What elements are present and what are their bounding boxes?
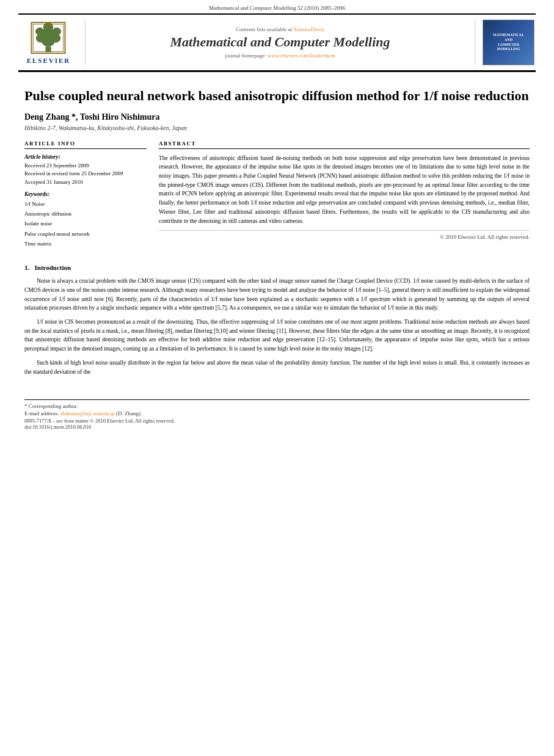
keywords-section: Keywords: 1/f Noise Anisotropic diffusio… xyxy=(24,191,147,249)
journal-cover-image: MATHEMATICAL AND COMPUTER MODELLING xyxy=(483,20,534,65)
section-1-number: 1. xyxy=(24,264,29,271)
keyword-4: Pulse coupled neural network xyxy=(24,229,147,239)
article-meta-section: ARTICLE INFO Article history: Received 2… xyxy=(24,140,530,253)
abstract-header: ABSTRACT xyxy=(159,140,530,149)
received-date: Received 23 September 2009 xyxy=(24,162,147,170)
elsevier-tree-icon xyxy=(27,21,70,55)
affiliation: Hibikino 2-7, Wakamatsu-ku, Kitakyushu-s… xyxy=(24,125,530,131)
keywords-list: 1/f Noise Anisotropic diffusion Isolate … xyxy=(24,199,147,249)
authors: Deng Zhang *, Toshi Hiro Nishimura xyxy=(24,112,530,122)
journal-cover-area: MATHEMATICAL AND COMPUTER MODELLING xyxy=(475,20,536,65)
article-title: Pulse coupled neural network based aniso… xyxy=(24,87,530,105)
journal-homepage: journal homepage: www.elsevier.com/locat… xyxy=(225,53,335,59)
email-address: zhdnstar@fuji.waseda.jp xyxy=(60,410,114,416)
cover-title-line2: AND xyxy=(505,38,512,43)
section-1-title: 1. Introduction xyxy=(24,263,530,273)
svg-point-6 xyxy=(53,27,62,35)
intro-paragraph-2: 1/f noise in CIS becomes pronounced as a… xyxy=(24,318,530,354)
section-1-heading: Introduction xyxy=(35,264,71,271)
elsevier-wordmark: ELSEVIER xyxy=(27,57,71,64)
intro-paragraph-1: Noise is always a crucial problem with t… xyxy=(24,277,530,313)
history-label: Article history: xyxy=(24,154,147,160)
keywords-label: Keywords: xyxy=(24,191,147,197)
keyword-2: Anisotropic diffusion xyxy=(24,209,147,219)
cover-title-line1: MATHEMATICAL xyxy=(493,33,524,38)
main-content: Pulse coupled neural network based aniso… xyxy=(0,72,554,393)
sciencedirect-link: ScienceDirect xyxy=(294,26,324,32)
intro-paragraph-3: Such kinds of high level noise usually d… xyxy=(24,358,530,376)
elsevier-logo: ELSEVIER xyxy=(27,21,71,64)
abstract-column: ABSTRACT The effectiveness of anisotropi… xyxy=(159,140,530,253)
keyword-5: Time matrix xyxy=(24,239,147,249)
abstract-text: The effectiveness of anisotropic diffusi… xyxy=(159,154,530,226)
contents-available-text: Contents lists available at xyxy=(236,26,292,32)
homepage-label: journal homepage: xyxy=(225,53,266,59)
journal-citation: Mathematical and Computer Modelling 52 (… xyxy=(0,0,554,13)
doi-line: doi:10.1016/j.mcm.2010.06.016 xyxy=(24,424,530,430)
journal-info-center: Contents lists available at ScienceDirec… xyxy=(86,20,475,65)
cover-title-line4: MODELLING xyxy=(497,47,520,52)
homepage-url: www.elsevier.com/locate/mcm xyxy=(268,53,335,59)
rights-line: 0895-7177/$ – see front matter © 2010 El… xyxy=(24,418,530,424)
header-banner: ELSEVIER Contents lists available at Sci… xyxy=(18,13,536,71)
email-note: E-mail address: zhdnstar@fuji.waseda.jp … xyxy=(24,410,530,416)
corresponding-label: * Corresponding author. xyxy=(24,403,78,409)
citation-text: Mathematical and Computer Modelling 52 (… xyxy=(209,5,345,11)
article-info-header: ARTICLE INFO xyxy=(24,140,147,149)
body-content: 1. Introduction Noise is always a crucia… xyxy=(24,263,530,376)
sciencedirect-line: Contents lists available at ScienceDirec… xyxy=(236,26,324,32)
email-suffix: (D. Zhang). xyxy=(116,410,142,416)
svg-point-7 xyxy=(43,22,54,31)
article-history: Article history: Received 23 September 2… xyxy=(24,154,147,187)
article-info-column: ARTICLE INFO Article history: Received 2… xyxy=(24,140,147,253)
copyright-line: © 2010 Elsevier Ltd. All rights reserved… xyxy=(159,230,530,240)
cover-title-line3: COMPUTER xyxy=(498,43,519,48)
accepted-date: Accepted 31 January 2010 xyxy=(24,178,147,187)
corresponding-author-note: * Corresponding author. xyxy=(24,403,530,409)
footer: * Corresponding author. E-mail address: … xyxy=(24,399,530,430)
email-label: E-mail address: xyxy=(24,410,59,416)
revised-date: Received in revised form 25 December 200… xyxy=(24,170,147,178)
keyword-3: Isolate noise xyxy=(24,219,147,228)
elsevier-logo-area: ELSEVIER xyxy=(18,20,86,65)
keyword-1: 1/f Noise xyxy=(24,199,147,209)
svg-point-5 xyxy=(35,27,45,35)
page: Mathematical and Computer Modelling 52 (… xyxy=(0,0,554,756)
journal-title: Mathematical and Computer Modelling xyxy=(170,34,390,50)
